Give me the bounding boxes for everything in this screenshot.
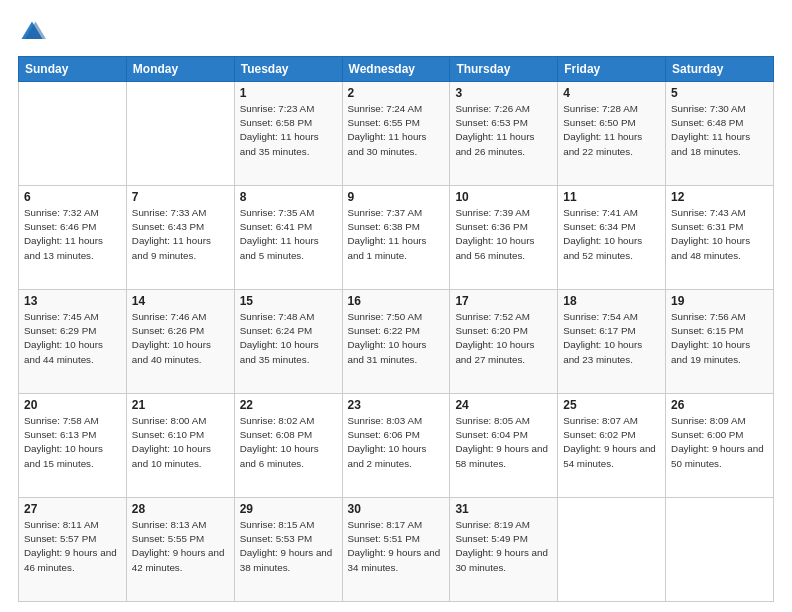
day-detail: Sunrise: 8:17 AMSunset: 5:51 PMDaylight:… (348, 519, 441, 573)
day-detail: Sunrise: 7:33 AMSunset: 6:43 PMDaylight:… (132, 207, 211, 261)
weekday-row: SundayMondayTuesdayWednesdayThursdayFrid… (19, 57, 774, 82)
day-number: 10 (455, 190, 552, 204)
day-detail: Sunrise: 8:11 AMSunset: 5:57 PMDaylight:… (24, 519, 117, 573)
calendar-cell: 23 Sunrise: 8:03 AMSunset: 6:06 PMDaylig… (342, 394, 450, 498)
day-number: 18 (563, 294, 660, 308)
day-number: 26 (671, 398, 768, 412)
calendar-week-3: 20 Sunrise: 7:58 AMSunset: 6:13 PMDaylig… (19, 394, 774, 498)
day-detail: Sunrise: 7:45 AMSunset: 6:29 PMDaylight:… (24, 311, 103, 365)
day-number: 8 (240, 190, 337, 204)
day-number: 1 (240, 86, 337, 100)
calendar-cell: 21 Sunrise: 8:00 AMSunset: 6:10 PMDaylig… (126, 394, 234, 498)
calendar-cell: 5 Sunrise: 7:30 AMSunset: 6:48 PMDayligh… (666, 82, 774, 186)
day-detail: Sunrise: 7:24 AMSunset: 6:55 PMDaylight:… (348, 103, 427, 157)
calendar-header: SundayMondayTuesdayWednesdayThursdayFrid… (19, 57, 774, 82)
day-detail: Sunrise: 7:26 AMSunset: 6:53 PMDaylight:… (455, 103, 534, 157)
calendar-cell: 27 Sunrise: 8:11 AMSunset: 5:57 PMDaylig… (19, 498, 127, 602)
day-number: 20 (24, 398, 121, 412)
day-detail: Sunrise: 7:54 AMSunset: 6:17 PMDaylight:… (563, 311, 642, 365)
day-number: 4 (563, 86, 660, 100)
calendar-cell: 29 Sunrise: 8:15 AMSunset: 5:53 PMDaylig… (234, 498, 342, 602)
day-number: 3 (455, 86, 552, 100)
calendar-cell: 28 Sunrise: 8:13 AMSunset: 5:55 PMDaylig… (126, 498, 234, 602)
day-detail: Sunrise: 8:09 AMSunset: 6:00 PMDaylight:… (671, 415, 764, 469)
day-number: 13 (24, 294, 121, 308)
calendar-cell: 2 Sunrise: 7:24 AMSunset: 6:55 PMDayligh… (342, 82, 450, 186)
day-number: 27 (24, 502, 121, 516)
calendar-table: SundayMondayTuesdayWednesdayThursdayFrid… (18, 56, 774, 602)
calendar-cell: 16 Sunrise: 7:50 AMSunset: 6:22 PMDaylig… (342, 290, 450, 394)
day-detail: Sunrise: 7:46 AMSunset: 6:26 PMDaylight:… (132, 311, 211, 365)
day-detail: Sunrise: 7:48 AMSunset: 6:24 PMDaylight:… (240, 311, 319, 365)
page: SundayMondayTuesdayWednesdayThursdayFrid… (0, 0, 792, 612)
day-detail: Sunrise: 8:19 AMSunset: 5:49 PMDaylight:… (455, 519, 548, 573)
day-number: 24 (455, 398, 552, 412)
calendar-cell: 3 Sunrise: 7:26 AMSunset: 6:53 PMDayligh… (450, 82, 558, 186)
calendar-cell: 10 Sunrise: 7:39 AMSunset: 6:36 PMDaylig… (450, 186, 558, 290)
calendar-cell (126, 82, 234, 186)
day-detail: Sunrise: 8:03 AMSunset: 6:06 PMDaylight:… (348, 415, 427, 469)
calendar-cell (666, 498, 774, 602)
calendar-cell: 7 Sunrise: 7:33 AMSunset: 6:43 PMDayligh… (126, 186, 234, 290)
day-number: 22 (240, 398, 337, 412)
weekday-header-sunday: Sunday (19, 57, 127, 82)
calendar-cell: 20 Sunrise: 7:58 AMSunset: 6:13 PMDaylig… (19, 394, 127, 498)
day-number: 31 (455, 502, 552, 516)
day-number: 25 (563, 398, 660, 412)
day-detail: Sunrise: 7:56 AMSunset: 6:15 PMDaylight:… (671, 311, 750, 365)
day-number: 12 (671, 190, 768, 204)
day-detail: Sunrise: 7:41 AMSunset: 6:34 PMDaylight:… (563, 207, 642, 261)
day-detail: Sunrise: 7:39 AMSunset: 6:36 PMDaylight:… (455, 207, 534, 261)
day-number: 30 (348, 502, 445, 516)
day-number: 16 (348, 294, 445, 308)
day-number: 9 (348, 190, 445, 204)
day-number: 11 (563, 190, 660, 204)
calendar-cell: 9 Sunrise: 7:37 AMSunset: 6:38 PMDayligh… (342, 186, 450, 290)
day-number: 19 (671, 294, 768, 308)
calendar-week-2: 13 Sunrise: 7:45 AMSunset: 6:29 PMDaylig… (19, 290, 774, 394)
day-number: 7 (132, 190, 229, 204)
calendar-cell: 6 Sunrise: 7:32 AMSunset: 6:46 PMDayligh… (19, 186, 127, 290)
calendar-cell: 12 Sunrise: 7:43 AMSunset: 6:31 PMDaylig… (666, 186, 774, 290)
day-number: 29 (240, 502, 337, 516)
weekday-header-friday: Friday (558, 57, 666, 82)
day-detail: Sunrise: 8:15 AMSunset: 5:53 PMDaylight:… (240, 519, 333, 573)
calendar-cell: 13 Sunrise: 7:45 AMSunset: 6:29 PMDaylig… (19, 290, 127, 394)
weekday-header-wednesday: Wednesday (342, 57, 450, 82)
calendar-cell: 24 Sunrise: 8:05 AMSunset: 6:04 PMDaylig… (450, 394, 558, 498)
day-detail: Sunrise: 7:37 AMSunset: 6:38 PMDaylight:… (348, 207, 427, 261)
calendar-cell: 25 Sunrise: 8:07 AMSunset: 6:02 PMDaylig… (558, 394, 666, 498)
day-number: 2 (348, 86, 445, 100)
day-detail: Sunrise: 7:28 AMSunset: 6:50 PMDaylight:… (563, 103, 642, 157)
day-detail: Sunrise: 8:13 AMSunset: 5:55 PMDaylight:… (132, 519, 225, 573)
calendar-cell: 19 Sunrise: 7:56 AMSunset: 6:15 PMDaylig… (666, 290, 774, 394)
weekday-header-monday: Monday (126, 57, 234, 82)
calendar-cell: 17 Sunrise: 7:52 AMSunset: 6:20 PMDaylig… (450, 290, 558, 394)
day-detail: Sunrise: 8:02 AMSunset: 6:08 PMDaylight:… (240, 415, 319, 469)
day-number: 28 (132, 502, 229, 516)
calendar-cell: 18 Sunrise: 7:54 AMSunset: 6:17 PMDaylig… (558, 290, 666, 394)
calendar-week-1: 6 Sunrise: 7:32 AMSunset: 6:46 PMDayligh… (19, 186, 774, 290)
day-detail: Sunrise: 7:43 AMSunset: 6:31 PMDaylight:… (671, 207, 750, 261)
day-number: 17 (455, 294, 552, 308)
day-number: 23 (348, 398, 445, 412)
calendar-cell: 11 Sunrise: 7:41 AMSunset: 6:34 PMDaylig… (558, 186, 666, 290)
calendar-cell: 26 Sunrise: 8:09 AMSunset: 6:00 PMDaylig… (666, 394, 774, 498)
day-number: 14 (132, 294, 229, 308)
day-detail: Sunrise: 7:30 AMSunset: 6:48 PMDaylight:… (671, 103, 750, 157)
day-detail: Sunrise: 8:05 AMSunset: 6:04 PMDaylight:… (455, 415, 548, 469)
calendar-cell: 30 Sunrise: 8:17 AMSunset: 5:51 PMDaylig… (342, 498, 450, 602)
calendar-cell: 15 Sunrise: 7:48 AMSunset: 6:24 PMDaylig… (234, 290, 342, 394)
calendar-week-0: 1 Sunrise: 7:23 AMSunset: 6:58 PMDayligh… (19, 82, 774, 186)
logo-icon (18, 18, 46, 46)
calendar-cell (19, 82, 127, 186)
day-detail: Sunrise: 7:52 AMSunset: 6:20 PMDaylight:… (455, 311, 534, 365)
calendar-cell: 4 Sunrise: 7:28 AMSunset: 6:50 PMDayligh… (558, 82, 666, 186)
calendar-cell: 8 Sunrise: 7:35 AMSunset: 6:41 PMDayligh… (234, 186, 342, 290)
day-number: 5 (671, 86, 768, 100)
weekday-header-tuesday: Tuesday (234, 57, 342, 82)
day-detail: Sunrise: 7:58 AMSunset: 6:13 PMDaylight:… (24, 415, 103, 469)
weekday-header-thursday: Thursday (450, 57, 558, 82)
weekday-header-saturday: Saturday (666, 57, 774, 82)
calendar-cell (558, 498, 666, 602)
